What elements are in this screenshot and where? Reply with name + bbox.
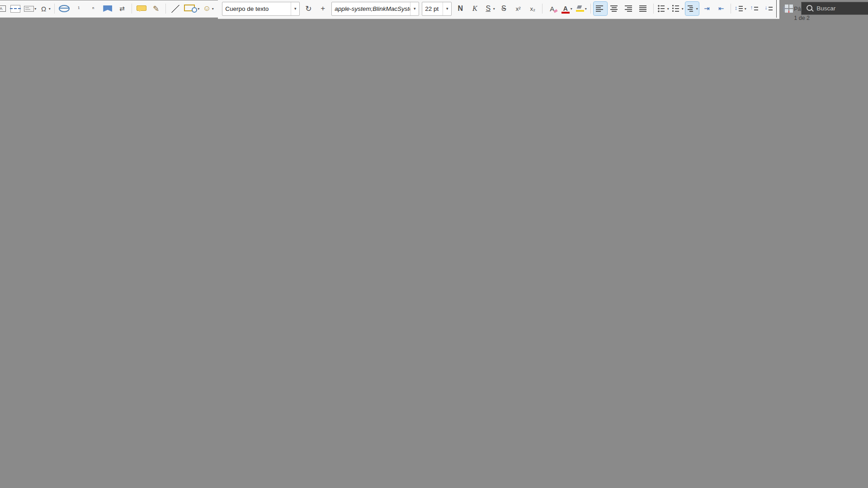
highlight-color-button[interactable]: ▾ xyxy=(574,2,588,15)
highlight-color-icon xyxy=(576,5,585,12)
chevron-down-icon[interactable]: ▾ xyxy=(745,7,746,11)
document-area[interactable]: Le COD représente la chose ou la personn… xyxy=(779,0,868,206)
toolbar-separator xyxy=(165,4,166,14)
clear-formatting-icon: A xyxy=(547,4,557,13)
symbol-shapes-button[interactable]: ☺▾ xyxy=(201,2,215,15)
font-color-icon: A xyxy=(561,4,570,13)
insert-field-icon xyxy=(24,6,34,12)
start-button[interactable] xyxy=(785,5,793,13)
underline-button[interactable]: S▾ xyxy=(482,2,496,15)
search-placeholder: Buscar xyxy=(816,5,835,12)
chevron-down-icon[interactable]: ▾ xyxy=(34,7,36,11)
cross-reference-button[interactable]: ⇄ xyxy=(115,2,129,15)
align-center-icon xyxy=(610,5,619,12)
toolbar-separator xyxy=(54,4,55,14)
bold-icon: N xyxy=(456,4,465,13)
align-right-icon xyxy=(625,5,634,12)
superscript-button[interactable]: x² xyxy=(511,2,525,15)
line-spacing-icon xyxy=(735,5,744,12)
increase-paragraph-spacing-button[interactable] xyxy=(748,2,762,15)
basic-shapes-button[interactable]: ▾ xyxy=(183,2,200,15)
ordered-list-icon xyxy=(672,5,681,12)
chevron-down-icon[interactable]: ▾ xyxy=(667,7,669,11)
increase-indent-button[interactable]: ⇥ xyxy=(700,2,713,15)
new-style-icon: + xyxy=(318,4,327,13)
bullet-list-button[interactable]: ▾ xyxy=(656,2,670,15)
italic-icon: K xyxy=(470,4,479,13)
chevron-down-icon[interactable]: ▾ xyxy=(212,7,214,11)
toolbar-separator xyxy=(132,4,132,14)
insert-textbox-icon: A xyxy=(0,5,6,12)
font-name-combo[interactable]: apple-system;BlinkMacSystemF ▾ xyxy=(331,2,419,16)
clear-formatting-button[interactable]: A xyxy=(545,2,559,15)
align-left-button[interactable] xyxy=(594,2,607,15)
chevron-down-icon[interactable]: ▾ xyxy=(493,7,495,11)
outline-format-icon xyxy=(687,5,696,12)
footnote-icon: ¹ xyxy=(74,4,83,13)
new-style-button[interactable]: + xyxy=(316,2,330,15)
comment-button[interactable] xyxy=(135,2,148,15)
chevron-down-icon[interactable]: ▾ xyxy=(696,7,698,11)
special-character-icon: Ω xyxy=(39,4,48,13)
page-break-button[interactable] xyxy=(9,2,22,15)
chevron-down-icon[interactable]: ▾ xyxy=(443,2,451,15)
special-character-button[interactable]: Ω▾ xyxy=(38,2,52,15)
font-color-button[interactable]: A▾ xyxy=(560,2,573,15)
font-name-value: apple-system;BlinkMacSystemF xyxy=(332,5,410,12)
symbol-shapes-icon: ☺ xyxy=(203,4,212,13)
chevron-down-icon[interactable]: ▾ xyxy=(410,2,419,15)
standard-toolbar: ▯▾▾▾✂▾↶▾↷▾abc▾A▾Ω▾¹ⁿ⇄✎▾☺▾ xyxy=(0,0,218,18)
basic-shapes-icon xyxy=(184,5,195,11)
outline-format-button[interactable]: ▾ xyxy=(685,2,699,15)
chevron-down-icon[interactable]: ▾ xyxy=(571,7,572,11)
hyperlink-icon xyxy=(59,5,70,12)
chevron-down-icon[interactable]: ▾ xyxy=(291,2,299,15)
formatting-buttons: NKS▾Sx²x₂AA▾▾▾▾▾⇥⇤▾ xyxy=(453,2,777,15)
decrease-indent-button[interactable]: ⇤ xyxy=(714,2,728,15)
bold-button[interactable]: N xyxy=(453,2,467,15)
decrease-paragraph-spacing-button[interactable] xyxy=(763,2,776,15)
insert-field-button[interactable]: ▾ xyxy=(23,2,37,15)
align-justify-icon xyxy=(639,5,648,12)
italic-button[interactable]: K xyxy=(468,2,481,15)
align-justify-button[interactable] xyxy=(637,2,651,15)
taskbar-search[interactable]: Buscar xyxy=(801,2,868,15)
superscript-icon: x² xyxy=(514,4,523,13)
search-icon xyxy=(807,5,812,11)
update-style-button[interactable]: ↻ xyxy=(302,2,315,15)
toolbar-separator xyxy=(542,4,542,14)
toolbar-separator xyxy=(731,4,731,14)
chevron-down-icon[interactable]: ▾ xyxy=(585,7,587,11)
subscript-button[interactable]: x₂ xyxy=(526,2,539,15)
strikethrough-icon: S xyxy=(499,4,508,13)
hyperlink-button[interactable] xyxy=(57,2,71,15)
ordered-list-button[interactable]: ▾ xyxy=(671,2,684,15)
align-right-button[interactable] xyxy=(623,2,636,15)
track-changes-icon: ✎ xyxy=(151,4,160,13)
line-spacing-button[interactable]: ▾ xyxy=(734,2,747,15)
align-center-button[interactable] xyxy=(608,2,622,15)
libreoffice-writer-window: Sin título 1 - LibreOffice Writer – ☐ × … xyxy=(0,0,21,18)
footnote-button[interactable]: ¹ xyxy=(72,2,85,15)
track-changes-button[interactable]: ✎ xyxy=(149,2,163,15)
font-size-combo[interactable]: 22 pt ▾ xyxy=(422,2,452,16)
formatting-toolbar: Cuerpo de texto ▾ ↻ + apple-system;Blink… xyxy=(218,0,779,19)
endnote-button[interactable]: ⁿ xyxy=(86,2,100,15)
insert-line-button[interactable] xyxy=(169,2,182,15)
bullet-list-icon xyxy=(658,5,667,12)
chevron-down-icon[interactable]: ▾ xyxy=(198,7,199,11)
insert-textbox-button[interactable]: A xyxy=(0,2,8,15)
chevron-down-icon[interactable]: ▾ xyxy=(49,7,51,11)
toolbar-separator xyxy=(590,4,591,14)
chevron-down-icon[interactable]: ▾ xyxy=(682,7,684,11)
bookmark-icon xyxy=(103,5,112,12)
show-desktop-button[interactable] xyxy=(776,0,779,18)
paragraph-style-combo[interactable]: Cuerpo de texto ▾ xyxy=(222,2,300,16)
strikethrough-button[interactable]: S xyxy=(497,2,510,15)
paragraph-style-value: Cuerpo de texto xyxy=(222,5,291,12)
cross-reference-icon: ⇄ xyxy=(118,4,127,13)
insert-line-icon xyxy=(171,5,180,13)
increase-indent-icon: ⇥ xyxy=(702,4,711,13)
bookmark-button[interactable] xyxy=(101,2,114,15)
page-break-icon xyxy=(10,5,20,13)
